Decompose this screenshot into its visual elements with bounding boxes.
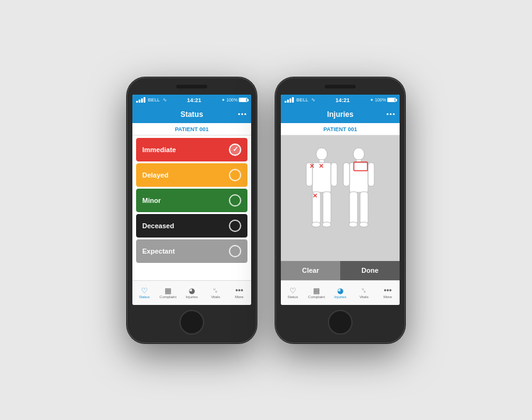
svg-rect-12 — [343, 163, 350, 186]
status-item-immediate[interactable]: Immediate ✓ — [136, 138, 247, 161]
nav-dots-1[interactable] — [238, 113, 246, 115]
svg-rect-15 — [360, 192, 368, 224]
phones-container: BELL ∿ 14:21 ✦ 100% Status — [127, 77, 405, 343]
delayed-circle — [229, 169, 241, 181]
nav-dot-6 — [393, 113, 395, 115]
time-display-2: 14:21 — [335, 97, 350, 103]
carrier-name: BELL — [148, 97, 160, 103]
signal-icon — [136, 97, 145, 103]
injury-mark-1: ✕ — [309, 163, 314, 169]
svg-rect-4 — [331, 163, 337, 186]
svg-point-7 — [312, 222, 320, 227]
tab-status-label: Status — [139, 295, 150, 299]
nav-dot-5 — [390, 113, 392, 115]
svg-point-17 — [359, 222, 368, 227]
immediate-circle: ✓ — [229, 144, 241, 156]
expectant-label: Expectant — [142, 247, 175, 255]
phone-1-screen: BELL ∿ 14:21 ✦ 100% Status — [132, 95, 251, 305]
deceased-circle — [229, 220, 241, 232]
tab-status-2[interactable]: ♡ Status — [281, 281, 304, 305]
nav-bar-2: Injuries — [281, 106, 400, 123]
signal-dot-1 — [136, 101, 138, 103]
s2 — [287, 100, 289, 103]
tab-vitals-label-2: Vitals — [359, 295, 369, 299]
heart-icon: ♡ — [141, 287, 148, 294]
carrier-2: BELL ∿ — [285, 97, 315, 103]
phone-1: BELL ∿ 14:21 ✦ 100% Status — [127, 77, 257, 343]
tab-complaint-1[interactable]: ▦ Complaint — [156, 281, 179, 305]
minor-circle — [229, 194, 241, 207]
clipboard-icon: ▦ — [165, 287, 171, 294]
tab-more-label: More — [235, 295, 244, 299]
injuries-body-area[interactable]: ✕ ✕ ✕ — [281, 135, 400, 260]
s3 — [290, 98, 291, 103]
tab-injuries-label: Injuries — [186, 295, 197, 299]
nav-title-2: Injuries — [327, 110, 354, 119]
phone-2-screen: BELL ∿ 14:21 ✦ 100% Injuries — [281, 95, 400, 305]
time-display-1: 14:21 — [187, 97, 201, 103]
tab-injuries-2[interactable]: ◕ Injuries — [328, 281, 352, 305]
nav-dot-2 — [241, 113, 243, 115]
tab-vitals-2[interactable]: ␟ Vitals — [352, 281, 375, 305]
injury-mark-2: ✕ — [319, 163, 324, 169]
s4 — [292, 97, 294, 103]
phone-2: BELL ∿ 14:21 ✦ 100% Injuries — [275, 77, 405, 343]
tab-status-label-2: Status — [288, 295, 298, 299]
back-body — [343, 148, 374, 227]
done-button[interactable]: Done — [340, 261, 400, 280]
tab-complaint-2[interactable]: ▦ Complaint — [304, 281, 328, 305]
expectant-circle — [229, 245, 241, 257]
deceased-label: Deceased — [142, 222, 174, 229]
status-item-deceased[interactable]: Deceased — [136, 214, 247, 238]
battery-percent-1: 100% — [226, 98, 238, 102]
person-icon: ◕ — [189, 287, 195, 294]
signal-dot-4 — [144, 97, 145, 103]
status-bar-1: BELL ∿ 14:21 ✦ 100% — [132, 95, 251, 106]
bluetooth-icon: ✦ — [221, 98, 225, 103]
more-icon-2: ••• — [384, 287, 392, 294]
battery-icon-1 — [239, 98, 247, 102]
tab-complaint-label-2: Complaint — [308, 295, 325, 299]
patient-label-1: PATIENT 001 — [132, 123, 251, 135]
clear-button[interactable]: Clear — [281, 261, 340, 280]
more-icon: ••• — [236, 287, 244, 294]
nav-dot-1 — [238, 113, 240, 115]
tab-more-2[interactable]: ••• More — [376, 281, 400, 305]
delayed-label: Delayed — [142, 171, 168, 179]
status-item-minor[interactable]: Minor — [136, 189, 247, 212]
signal-dot-3 — [141, 98, 143, 103]
body-figure: ✕ ✕ ✕ — [303, 142, 377, 254]
status-item-expectant[interactable]: Expectant — [136, 239, 247, 263]
front-body — [306, 148, 337, 227]
injury-mark-3: ✕ — [312, 192, 317, 199]
carrier-name-2: BELL — [296, 97, 309, 103]
person-icon-2: ◕ — [337, 287, 343, 294]
svg-point-16 — [349, 222, 358, 227]
status-list: Immediate ✓ Delayed Minor Deceased — [132, 135, 251, 280]
tab-more-1[interactable]: ••• More — [228, 281, 251, 305]
nav-dots-2[interactable] — [387, 113, 395, 115]
nav-dot-4 — [387, 113, 388, 115]
checkmark-icon: ✓ — [233, 145, 238, 153]
battery-fill-1 — [239, 98, 246, 101]
heart-icon-2: ♡ — [290, 287, 296, 294]
status-bar-2: BELL ∿ 14:21 ✦ 100% — [281, 95, 400, 106]
tab-bar-1: ♡ Status ▦ Complaint ◕ Injuries ␟ Vitals… — [132, 280, 251, 305]
vitals-icon: ␟ — [212, 287, 218, 294]
svg-rect-6 — [323, 192, 331, 224]
tab-injuries-1[interactable]: ◕ Injuries — [180, 281, 204, 305]
svg-point-9 — [353, 148, 364, 160]
wifi-icon-2: ∿ — [311, 97, 315, 103]
tab-vitals-1[interactable]: ␟ Vitals — [204, 281, 227, 305]
nav-title-1: Status — [181, 110, 204, 119]
battery-area-2: ✦ 100% — [370, 98, 396, 103]
svg-rect-14 — [350, 192, 358, 224]
tab-status-1[interactable]: ♡ Status — [132, 281, 156, 305]
svg-rect-13 — [368, 163, 374, 186]
wifi-icon: ∿ — [163, 97, 167, 103]
battery-area-1: ✦ 100% — [221, 98, 247, 103]
battery-percent-2: 100% — [375, 98, 386, 102]
nav-dot-3 — [244, 113, 246, 115]
clipboard-icon-2: ▦ — [313, 287, 320, 294]
status-item-delayed[interactable]: Delayed — [136, 163, 247, 187]
